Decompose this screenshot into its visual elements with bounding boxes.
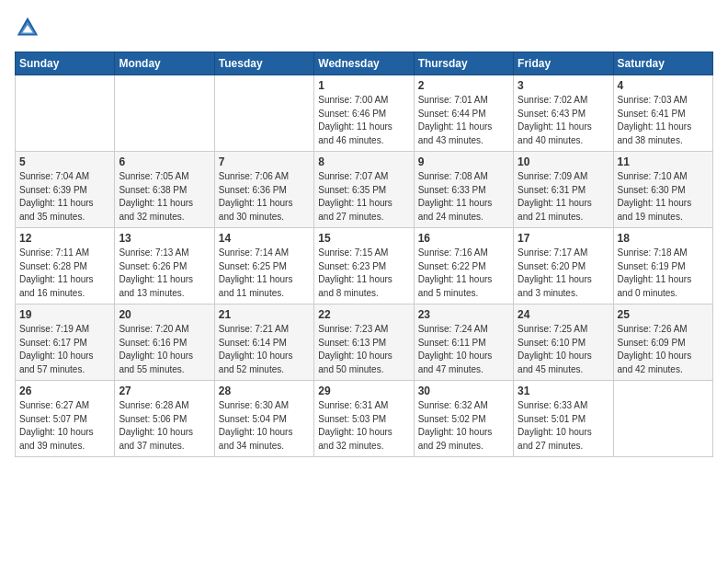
day-info: Sunrise: 7:02 AM Sunset: 6:43 PM Dayligh… [518,94,609,147]
calendar-cell: 26Sunrise: 6:27 AM Sunset: 5:07 PM Dayli… [16,381,115,457]
day-number: 14 [219,232,310,245]
day-info: Sunrise: 6:31 AM Sunset: 5:03 PM Dayligh… [318,399,409,453]
calendar-cell: 3Sunrise: 7:02 AM Sunset: 6:43 PM Daylig… [514,75,613,152]
calendar-cell: 22Sunrise: 7:23 AM Sunset: 6:13 PM Dayli… [314,304,414,381]
day-number: 12 [19,232,110,245]
weekday-header: Saturday [613,52,712,75]
calendar-cell: 27Sunrise: 6:28 AM Sunset: 5:06 PM Dayli… [115,381,214,457]
day-info: Sunrise: 7:18 AM Sunset: 6:19 PM Dayligh… [618,247,709,300]
day-number: 30 [418,385,509,397]
logo [15,15,44,40]
day-number: 21 [219,308,310,321]
day-number: 15 [318,232,409,245]
day-number: 23 [418,308,509,321]
day-number: 29 [318,385,409,397]
day-info: Sunrise: 7:16 AM Sunset: 6:22 PM Dayligh… [418,247,509,300]
day-info: Sunrise: 7:19 AM Sunset: 6:17 PM Dayligh… [19,323,110,376]
day-info: Sunrise: 7:17 AM Sunset: 6:20 PM Dayligh… [518,247,609,300]
day-number: 9 [418,155,509,168]
day-number: 28 [219,385,310,397]
calendar-week-row: 1Sunrise: 7:00 AM Sunset: 6:46 PM Daylig… [16,75,713,152]
day-number: 10 [518,155,609,168]
day-info: Sunrise: 7:24 AM Sunset: 6:11 PM Dayligh… [418,323,509,376]
day-info: Sunrise: 7:25 AM Sunset: 6:10 PM Dayligh… [518,323,609,376]
calendar-cell: 17Sunrise: 7:17 AM Sunset: 6:20 PM Dayli… [514,228,613,304]
day-info: Sunrise: 6:27 AM Sunset: 5:07 PM Dayligh… [19,399,110,453]
day-number: 26 [19,385,110,397]
day-number: 13 [119,232,210,245]
day-info: Sunrise: 7:10 AM Sunset: 6:30 PM Dayligh… [618,170,709,224]
day-number: 31 [518,385,609,397]
day-info: Sunrise: 7:03 AM Sunset: 6:41 PM Dayligh… [618,94,709,147]
calendar-cell: 25Sunrise: 7:26 AM Sunset: 6:09 PM Dayli… [613,304,712,381]
calendar-cell: 8Sunrise: 7:07 AM Sunset: 6:35 PM Daylig… [314,152,414,228]
day-number: 17 [518,232,609,245]
day-info: Sunrise: 7:23 AM Sunset: 6:13 PM Dayligh… [318,323,409,376]
calendar-cell: 23Sunrise: 7:24 AM Sunset: 6:11 PM Dayli… [414,304,513,381]
calendar-cell: 21Sunrise: 7:21 AM Sunset: 6:14 PM Dayli… [214,304,313,381]
day-info: Sunrise: 7:11 AM Sunset: 6:28 PM Dayligh… [19,247,110,300]
calendar-table: SundayMondayTuesdayWednesdayThursdayFrid… [15,52,713,457]
calendar-cell: 14Sunrise: 7:14 AM Sunset: 6:25 PM Dayli… [214,228,313,304]
calendar-cell: 30Sunrise: 6:32 AM Sunset: 5:02 PM Dayli… [414,381,513,457]
day-number: 6 [119,155,210,168]
weekday-header: Wednesday [314,52,414,75]
day-info: Sunrise: 7:05 AM Sunset: 6:38 PM Dayligh… [119,170,210,224]
calendar-cell [214,75,313,152]
day-info: Sunrise: 7:14 AM Sunset: 6:25 PM Dayligh… [219,247,310,300]
calendar-cell: 31Sunrise: 6:33 AM Sunset: 5:01 PM Dayli… [514,381,613,457]
calendar-cell: 29Sunrise: 6:31 AM Sunset: 5:03 PM Dayli… [314,381,414,457]
calendar-cell: 2Sunrise: 7:01 AM Sunset: 6:44 PM Daylig… [414,75,513,152]
day-number: 22 [318,308,409,321]
calendar-cell: 18Sunrise: 7:18 AM Sunset: 6:19 PM Dayli… [613,228,712,304]
calendar-cell: 11Sunrise: 7:10 AM Sunset: 6:30 PM Dayli… [613,152,712,228]
day-number: 2 [418,79,509,92]
day-number: 24 [518,308,609,321]
day-info: Sunrise: 7:01 AM Sunset: 6:44 PM Dayligh… [418,94,509,147]
day-info: Sunrise: 7:06 AM Sunset: 6:36 PM Dayligh… [219,170,310,224]
day-number: 11 [618,155,709,168]
calendar-week-row: 5Sunrise: 7:04 AM Sunset: 6:39 PM Daylig… [16,152,713,228]
day-info: Sunrise: 6:28 AM Sunset: 5:06 PM Dayligh… [119,399,210,453]
calendar-week-row: 26Sunrise: 6:27 AM Sunset: 5:07 PM Dayli… [16,381,713,457]
weekday-header: Sunday [16,52,115,75]
day-info: Sunrise: 7:08 AM Sunset: 6:33 PM Dayligh… [418,170,509,224]
day-number: 4 [618,79,709,92]
calendar-cell: 16Sunrise: 7:16 AM Sunset: 6:22 PM Dayli… [414,228,513,304]
weekday-header: Tuesday [214,52,313,75]
calendar-cell: 4Sunrise: 7:03 AM Sunset: 6:41 PM Daylig… [613,75,712,152]
calendar-cell: 20Sunrise: 7:20 AM Sunset: 6:16 PM Dayli… [115,304,214,381]
calendar-cell [613,381,712,457]
calendar-week-row: 19Sunrise: 7:19 AM Sunset: 6:17 PM Dayli… [16,304,713,381]
day-info: Sunrise: 7:13 AM Sunset: 6:26 PM Dayligh… [119,247,210,300]
calendar-header-row: SundayMondayTuesdayWednesdayThursdayFrid… [16,52,713,75]
calendar-cell: 7Sunrise: 7:06 AM Sunset: 6:36 PM Daylig… [214,152,313,228]
calendar-cell: 13Sunrise: 7:13 AM Sunset: 6:26 PM Dayli… [115,228,214,304]
day-number: 16 [418,232,509,245]
calendar-week-row: 12Sunrise: 7:11 AM Sunset: 6:28 PM Dayli… [16,228,713,304]
calendar-cell: 15Sunrise: 7:15 AM Sunset: 6:23 PM Dayli… [314,228,414,304]
calendar-cell: 1Sunrise: 7:00 AM Sunset: 6:46 PM Daylig… [314,75,414,152]
day-number: 8 [318,155,409,168]
day-number: 7 [219,155,310,168]
day-number: 19 [19,308,110,321]
day-info: Sunrise: 6:32 AM Sunset: 5:02 PM Dayligh… [418,399,509,453]
day-info: Sunrise: 6:33 AM Sunset: 5:01 PM Dayligh… [518,399,609,453]
day-info: Sunrise: 7:04 AM Sunset: 6:39 PM Dayligh… [19,170,110,224]
day-number: 18 [618,232,709,245]
logo-icon [15,15,40,40]
weekday-header: Monday [115,52,214,75]
calendar-cell: 6Sunrise: 7:05 AM Sunset: 6:38 PM Daylig… [115,152,214,228]
calendar-cell: 10Sunrise: 7:09 AM Sunset: 6:31 PM Dayli… [514,152,613,228]
day-number: 27 [119,385,210,397]
day-number: 5 [19,155,110,168]
day-info: Sunrise: 7:09 AM Sunset: 6:31 PM Dayligh… [518,170,609,224]
day-info: Sunrise: 7:00 AM Sunset: 6:46 PM Dayligh… [318,94,409,147]
weekday-header: Thursday [414,52,513,75]
calendar-cell [16,75,115,152]
calendar-cell: 19Sunrise: 7:19 AM Sunset: 6:17 PM Dayli… [16,304,115,381]
day-info: Sunrise: 7:26 AM Sunset: 6:09 PM Dayligh… [618,323,709,376]
calendar-cell [115,75,214,152]
day-info: Sunrise: 7:21 AM Sunset: 6:14 PM Dayligh… [219,323,310,376]
page-header [15,15,713,40]
